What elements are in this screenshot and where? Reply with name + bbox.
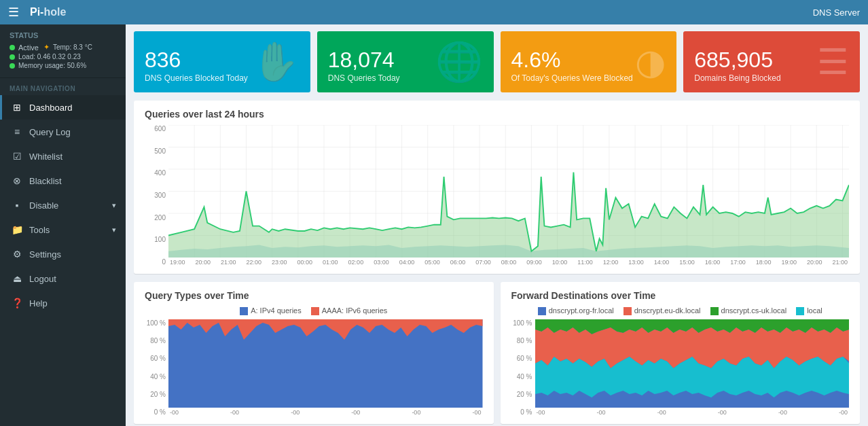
settings-icon: ⚙ <box>12 249 22 260</box>
sidebar-item-tools[interactable]: 📁 Tools ▾ <box>0 217 126 242</box>
ipv4-legend-label: A: IPv4 queries <box>251 306 302 315</box>
sidebar-item-help-label: Help <box>29 298 48 308</box>
query-types-legend: A: IPv4 queries AAAA: IPv6 queries <box>145 306 483 315</box>
dashboard-icon: ⊞ <box>12 102 22 113</box>
help-icon: ❓ <box>12 298 22 308</box>
query-types-y-axis: 100 % 80 % 60 % 40 % 20 % 0 % <box>145 319 168 416</box>
blacklist-icon: ⊗ <box>12 175 22 186</box>
sidebar-item-logout[interactable]: ⏏ Logout <box>0 266 126 291</box>
sidebar-item-dashboard[interactable]: ⊞ Dashboard <box>0 95 126 120</box>
tools-icon: 📁 <box>12 224 22 235</box>
main-chart-panel: Queries over last 24 hours 600 500 400 3… <box>134 101 860 274</box>
fwd-local-label: local <box>807 306 822 315</box>
stat-cards-row: ✋ 836 DNS Queries Blocked Today 🌐 18,074… <box>134 31 860 92</box>
fwd-dns1-label: dnscrypt.org-fr.local <box>549 306 614 315</box>
query-types-svg <box>168 319 483 408</box>
main-chart-svg <box>168 125 849 258</box>
blocked-label: DNS Queries Blocked Today <box>145 73 300 83</box>
menu-toggle-button[interactable]: ☰ <box>8 5 19 20</box>
sidebar-item-querylog[interactable]: ≡ Query Log <box>0 120 126 144</box>
sidebar-status: Status Active ✦ Temp: 8.3 °C Load: 0.46 … <box>0 24 126 78</box>
sidebar-item-dashboard-label: Dashboard <box>29 103 73 113</box>
app-wrapper: Status Active ✦ Temp: 8.3 °C Load: 0.46 … <box>0 24 868 426</box>
sidebar-item-settings[interactable]: ⚙ Settings <box>0 242 126 266</box>
sidebar-item-help[interactable]: ❓ Help <box>0 291 126 315</box>
sidebar-item-disable-label: Disable <box>29 200 58 211</box>
query-types-title: Query Types over Time <box>145 290 483 301</box>
query-types-x-axis: -00 -00 -00 -00 -00 -00 <box>168 409 483 416</box>
forward-destinations-panel: Forward Destinations over Time dnscrypt.… <box>501 282 861 424</box>
nav-section-label: MAIN NAVIGATION <box>0 78 126 95</box>
svg-marker-34 <box>168 173 849 258</box>
fwd-local-color <box>796 307 804 315</box>
stat-card-percent: ◑ 4.6% Of Today's Queries Were Blocked <box>501 31 677 92</box>
stat-card-blocked: ✋ 836 DNS Queries Blocked Today <box>134 31 310 92</box>
sidebar-item-disable[interactable]: ▪ Disable ▾ <box>0 193 126 217</box>
ipv6-legend-label: AAAA: IPv6 queries <box>322 306 388 315</box>
sidebar-item-tools-label: Tools <box>29 225 50 235</box>
ipv4-legend-color <box>240 307 248 315</box>
sidebar: Status Active ✦ Temp: 8.3 °C Load: 0.46 … <box>0 24 126 426</box>
sidebar-item-settings-label: Settings <box>29 249 61 260</box>
fwd-dns1-color <box>538 307 546 315</box>
tools-expand-icon: ▾ <box>112 226 116 234</box>
svg-rect-35 <box>168 319 483 408</box>
logout-icon: ⏏ <box>12 273 22 284</box>
fwd-dns3-label: dnscrypt.cs-uk.local <box>721 306 787 315</box>
querylog-icon: ≡ <box>12 126 22 137</box>
status-load: Load: 0.46 0.32 0.23 <box>10 53 116 60</box>
main-chart-y-axis: 600 500 400 300 200 100 0 <box>145 125 168 266</box>
forward-destinations-chart-container: 100 % 80 % 60 % 40 % 20 % 0 % <box>511 319 850 416</box>
fwd-dns3-color <box>710 307 719 315</box>
memory-dot <box>10 63 15 69</box>
query-types-svg-area: -00 -00 -00 -00 -00 -00 <box>168 319 483 416</box>
forward-destinations-svg-area: -00 -00 -00 -00 -00 -00 <box>535 319 850 416</box>
bottom-charts-row: Query Types over Time A: IPv4 queries AA… <box>134 282 860 424</box>
status-title: Status <box>10 31 116 39</box>
sidebar-item-whitelist[interactable]: ☑ Whitelist <box>0 144 126 168</box>
forward-destinations-y-axis: 100 % 80 % 60 % 40 % 20 % 0 % <box>511 319 535 416</box>
total-label: DNS Queries Today <box>328 73 483 83</box>
domains-label: Domains Being Blocked <box>694 73 849 83</box>
stat-card-total: 🌐 18,074 DNS Queries Today <box>317 31 494 92</box>
sidebar-item-blacklist-label: Blacklist <box>29 176 62 186</box>
status-active: Active ✦ Temp: 8.3 °C <box>10 43 116 52</box>
main-content: ✋ 836 DNS Queries Blocked Today 🌐 18,074… <box>126 24 868 426</box>
sidebar-item-logout-label: Logout <box>29 274 56 284</box>
sidebar-item-blacklist[interactable]: ⊗ Blacklist <box>0 168 126 193</box>
header: ☰ Pi-hole DNS Server <box>0 0 868 24</box>
disable-icon: ▪ <box>12 200 22 211</box>
main-chart-x-axis: 19:00 20:00 21:00 22:00 23:00 00:00 01:0… <box>168 259 849 266</box>
main-chart-title: Queries over last 24 hours <box>145 109 849 120</box>
ipv6-legend-color <box>311 307 319 315</box>
app-logo: Pi-hole <box>30 6 66 18</box>
status-memory: Memory usage: 50.6% <box>10 62 116 69</box>
whitelist-icon: ☑ <box>12 151 22 162</box>
forward-destinations-svg <box>535 319 850 408</box>
fwd-dns2-label: dnscrypt.eu-dk.local <box>634 306 701 315</box>
sidebar-item-whitelist-label: Whitelist <box>29 152 62 162</box>
stat-card-domains: ☰ 685,905 Domains Being Blocked <box>683 31 860 92</box>
disable-expand-icon: ▾ <box>112 201 116 210</box>
percent-label: Of Today's Queries Were Blocked <box>511 73 666 83</box>
forward-destinations-legend: dnscrypt.org-fr.local dnscrypt.eu-dk.loc… <box>511 306 850 315</box>
fwd-dns2-color <box>623 307 632 315</box>
header-right-label: DNS Server <box>813 7 860 18</box>
sidebar-item-querylog-label: Query Log <box>29 127 71 137</box>
query-types-chart-container: 100 % 80 % 60 % 40 % 20 % 0 % <box>145 319 483 416</box>
forward-destinations-x-axis: -00 -00 -00 -00 -00 -00 <box>535 409 850 416</box>
load-dot <box>10 54 15 60</box>
main-chart-area: 19:00 20:00 21:00 22:00 23:00 00:00 01:0… <box>168 125 849 266</box>
query-types-panel: Query Types over Time A: IPv4 queries AA… <box>134 282 494 424</box>
active-dot <box>10 45 15 50</box>
forward-destinations-title: Forward Destinations over Time <box>511 290 850 301</box>
